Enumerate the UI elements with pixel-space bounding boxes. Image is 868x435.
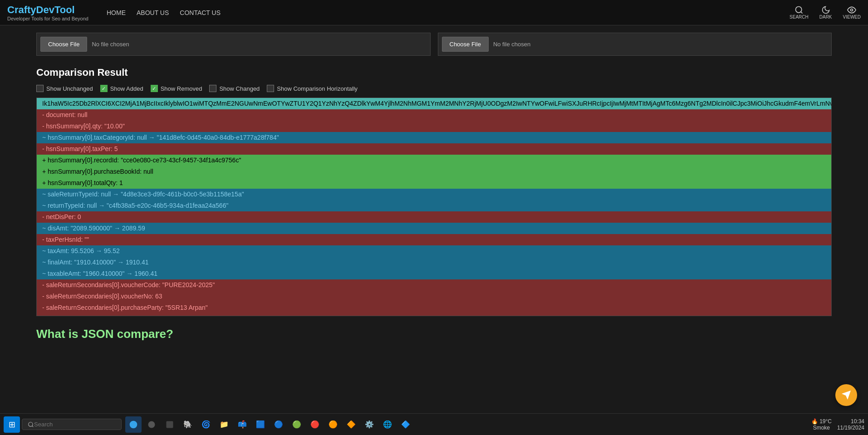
weather-condition: Smoke [813, 425, 830, 431]
svg-point-6 [148, 421, 155, 428]
option-show-unchanged[interactable]: Show Unchanged [36, 85, 93, 92]
checkbox-show-changed[interactable] [209, 85, 216, 92]
label-show-removed: Show Removed [161, 85, 202, 92]
taskbar-app-13[interactable]: ⚙️ [361, 416, 378, 433]
svg-point-2 [851, 9, 853, 11]
info-title: What is JSON compare? [36, 327, 832, 341]
diff-line: - netDisPer: 0 [37, 211, 831, 223]
diff-line: - taxPerHsnId: "" [37, 234, 831, 245]
label-show-added: Show Added [110, 85, 143, 92]
checkbox-show-unchanged[interactable] [36, 85, 44, 92]
label-show-unchanged: Show Unchanged [46, 85, 93, 92]
dark-mode-label: DARK [819, 15, 832, 20]
dark-mode-button[interactable]: DARK [819, 5, 832, 20]
svg-rect-7 [167, 421, 173, 428]
diff-scroll-area[interactable]: Ik1haW5Ic25Db2RlXCI6XCI2MjA1MjBcIIxcIkly… [37, 98, 831, 316]
weather-widget: 🔥 19°C Smoke [811, 418, 832, 431]
taskbar: ⊞ 🐘 🌀 📁 📫 🟦 🔵 🟢 🔴 🟠 🔶 ⚙️ 🌐 🔷 🔥 19°C Smok… [0, 413, 868, 435]
file-inputs-row: Choose File No file chosen Choose File N… [36, 25, 832, 56]
taskbar-app-9[interactable]: 🟢 [289, 416, 305, 433]
diff-line: ~ hsnSummary[0].taxCategoryId: null → "1… [37, 132, 831, 143]
search-nav-button[interactable]: SEARCH [790, 5, 809, 20]
svg-line-4 [32, 425, 34, 427]
checkbox-show-horizontal[interactable] [267, 85, 274, 92]
diff-line: ~ taxableAmt: "1960.410000" → 1960.41 [37, 268, 831, 279]
file-name-left: No file chosen [92, 41, 129, 48]
taskbar-app-2[interactable] [162, 416, 178, 433]
taskbar-app-4[interactable]: 🌀 [198, 416, 214, 433]
app2-icon [165, 420, 174, 429]
taskbar-app-11[interactable]: 🟠 [325, 416, 341, 433]
taskbar-app-12[interactable]: 🔶 [343, 416, 359, 433]
option-show-changed[interactable]: Show Changed [209, 85, 260, 92]
taskbar-app-15[interactable]: 🔷 [397, 416, 414, 433]
nav-right: SEARCH DARK VIEWED [790, 5, 861, 20]
navbar: CraftyDevTool Developer Tools for Seo an… [0, 0, 868, 25]
diff-line: - saleReturnSecondaries[0].voucherNo: 63 [37, 291, 831, 302]
diff-line: + hsnSummary[0].purchaseBookId: null [37, 166, 831, 177]
diff-line: Ik1haW5Ic25Db2RlXCI6XCI2MjA1MjBcIIxcIkly… [37, 98, 831, 109]
brand-name-plain: CraftyDev [7, 4, 54, 15]
choose-file-right-button[interactable]: Choose File [442, 37, 489, 52]
diff-line: - hsnSummary[0].qty: "10.00" [37, 121, 831, 132]
taskbar-app-1[interactable] [143, 416, 160, 433]
checkbox-show-removed[interactable] [151, 85, 158, 92]
diff-line: - saleReturnSecondaries[0].hsnCodeId: "4… [37, 313, 831, 316]
edge-icon [129, 420, 138, 429]
file-input-right: Choose File No file chosen [438, 33, 832, 56]
taskbar-search-icon [28, 421, 34, 428]
brand-title: CraftyDevTool [7, 4, 88, 16]
diff-line: - saleReturnSecondaries[0].purchaseParty… [37, 302, 831, 313]
taskbar-app-6[interactable]: 📫 [234, 416, 250, 433]
weather-temp: 🔥 19°C [811, 418, 832, 425]
info-section: What is JSON compare? [36, 327, 832, 341]
file-name-right: No file chosen [493, 41, 530, 48]
brand-subtitle: Developer Tools for Seo and Beyond [7, 16, 88, 21]
label-show-horizontal: Show Comparison Horizontally [277, 85, 358, 92]
taskbar-clock: 10:34 11/19/2024 [837, 418, 864, 431]
diff-line: - saleReturnSecondaries[0].voucherCode: … [37, 279, 831, 291]
label-show-changed: Show Changed [219, 85, 260, 92]
diff-line: - hsnSummary[0].taxPer: 5 [37, 143, 831, 155]
options-row: Show Unchanged Show Added Show Removed S… [36, 85, 832, 92]
taskbar-app-edge[interactable] [125, 416, 142, 433]
clock-date: 11/19/2024 [837, 425, 864, 431]
taskbar-app-7[interactable]: 🟦 [252, 416, 269, 433]
brand-name-accent: Tool [54, 4, 75, 15]
nav-about[interactable]: ABOUT US [137, 7, 169, 18]
nav-home[interactable]: HOME [107, 7, 126, 18]
taskbar-search [22, 419, 122, 430]
send-icon [841, 390, 852, 401]
clock-time: 10:34 [837, 418, 864, 425]
choose-file-left-button[interactable]: Choose File [40, 37, 87, 52]
option-show-added[interactable]: Show Added [100, 85, 143, 92]
diff-line: - document: null [37, 109, 831, 121]
main-content: Choose File No file chosen Choose File N… [0, 25, 868, 359]
file-input-left: Choose File No file chosen [36, 33, 431, 56]
nav-contact[interactable]: CONTACT US [180, 7, 221, 18]
checkbox-show-added[interactable] [100, 85, 108, 92]
option-show-removed[interactable]: Show Removed [151, 85, 202, 92]
option-show-horizontal[interactable]: Show Comparison Horizontally [267, 85, 358, 92]
diff-line: ~ finalAmt: "1910.410000" → 1910.41 [37, 257, 831, 268]
nav-links: HOME ABOUT US CONTACT US [107, 7, 221, 18]
taskbar-search-input[interactable] [34, 421, 107, 428]
taskbar-app-5[interactable]: 📁 [216, 416, 232, 433]
diff-line: + hsnSummary[0].totalQty: 1 [37, 177, 831, 189]
taskbar-right: 🔥 19°C Smoke 10:34 11/19/2024 [811, 418, 864, 431]
diff-line: ~ disAmt: "2089.590000" → 2089.59 [37, 223, 831, 234]
taskbar-app-14[interactable]: 🌐 [379, 416, 396, 433]
diff-viewer: Ik1haW5Ic25Db2RlXCI6XCI2MjA1MjBcIIxcIkly… [36, 98, 832, 316]
diff-content: Ik1haW5Ic25Db2RlXCI6XCI2MjA1MjBcIIxcIkly… [37, 98, 831, 316]
start-button[interactable]: ⊞ [4, 416, 20, 433]
viewed-button[interactable]: VIEWED [843, 5, 861, 20]
app1-icon [147, 420, 156, 429]
taskbar-app-3[interactable]: 🐘 [180, 416, 196, 433]
svg-point-3 [29, 422, 33, 426]
share-fab[interactable] [835, 384, 857, 406]
taskbar-app-10[interactable]: 🔴 [307, 416, 323, 433]
diff-line: ~ returnTypeId: null → "c4fb38a5-e20c-46… [37, 200, 831, 211]
taskbar-app-8[interactable]: 🔵 [270, 416, 287, 433]
svg-point-0 [795, 7, 801, 13]
diff-line: ~ saleReturnTypeId: null → "4d8e3ce3-d9f… [37, 189, 831, 200]
